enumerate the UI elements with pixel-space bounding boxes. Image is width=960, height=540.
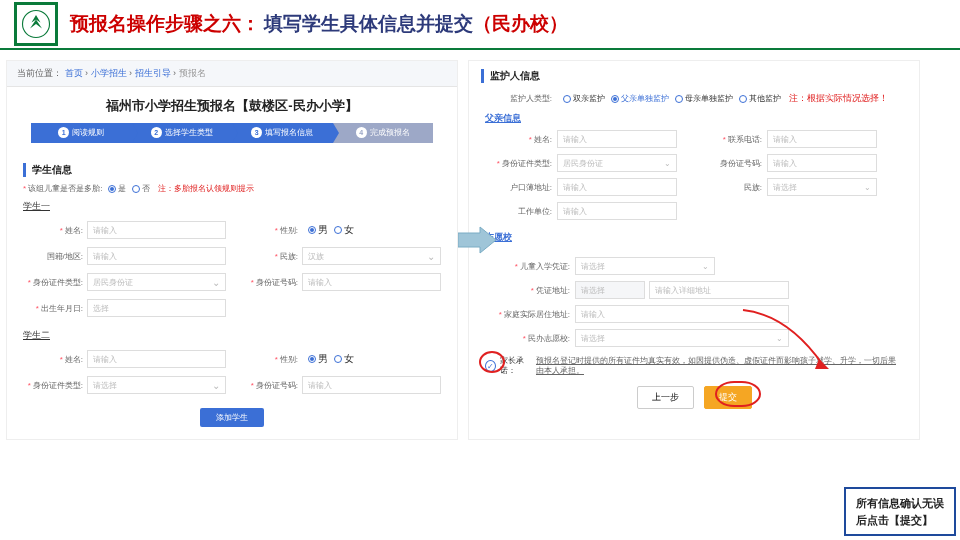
select-father-idtype[interactable]: 居民身份证: [557, 154, 677, 172]
select-enroll-cert[interactable]: 请选择: [575, 257, 715, 275]
input-live-addr[interactable]: 请输入: [575, 305, 789, 323]
radio-female-1[interactable]: [334, 226, 342, 234]
input-birth-1[interactable]: 选择: [87, 299, 226, 317]
radio-female-2[interactable]: [334, 355, 342, 363]
select-wish-school[interactable]: 请选择: [575, 329, 789, 347]
form-panel-right: 监护人信息 监护人类型: 双亲监护 父亲单独监护 母亲单独监护 其他监护 注：根…: [468, 60, 920, 440]
radio-g4[interactable]: [739, 95, 747, 103]
input-region-1[interactable]: 请输入: [87, 247, 226, 265]
input-name-1[interactable]: 请输入: [87, 221, 226, 239]
input-father-phone[interactable]: 请输入: [767, 130, 877, 148]
radio-twin-no[interactable]: [132, 185, 140, 193]
radio-male-2[interactable]: [308, 355, 316, 363]
radio-g3[interactable]: [675, 95, 683, 103]
input-father-name[interactable]: 请输入: [557, 130, 677, 148]
highlight-circle-submit: [715, 381, 761, 407]
add-student-button[interactable]: 添加学生: [200, 408, 264, 427]
radio-g2[interactable]: [611, 95, 619, 103]
svg-marker-1: [458, 227, 496, 253]
input-father-idno[interactable]: 请输入: [767, 154, 877, 172]
radio-twin-yes[interactable]: [108, 185, 116, 193]
section-guardian: 监护人信息: [481, 69, 919, 83]
input-idno-2[interactable]: 请输入: [302, 376, 441, 394]
section-student-info: 学生信息: [23, 163, 441, 177]
school-logo: [14, 2, 58, 46]
select-minzu-1[interactable]: 汉族: [302, 247, 441, 265]
section-wish-school: 志愿校: [469, 227, 919, 246]
select-father-minzu[interactable]: 请选择: [767, 178, 877, 196]
input-name-2[interactable]: 请输入: [87, 350, 226, 368]
input-cert-detail[interactable]: 请输入详细地址: [649, 281, 789, 299]
highlight-circle-checkbox: [479, 351, 505, 373]
select-idtype-2[interactable]: 请选择: [87, 376, 226, 394]
input-father-work[interactable]: 请输入: [557, 202, 677, 220]
prev-button[interactable]: 上一步: [637, 386, 694, 409]
input-father-huji[interactable]: 请输入: [557, 178, 677, 196]
arrow-icon: [458, 225, 498, 255]
breadcrumb: 当前位置： 首页 › 小学招生 › 招生引导 › 预报名: [7, 61, 457, 87]
form-panel-left: 当前位置： 首页 › 小学招生 › 招生引导 › 预报名 福州市小学招生预报名【…: [6, 60, 458, 440]
page-title: 预报名操作步骤之六：填写学生具体信息并提交（民办校）: [70, 11, 568, 37]
instruction-callout: 所有信息确认无误 后点击【提交】: [844, 487, 956, 536]
select-idtype-1[interactable]: 居民身份证: [87, 273, 226, 291]
radio-g1[interactable]: [563, 95, 571, 103]
input-idno-1[interactable]: 请输入: [302, 273, 441, 291]
radio-male-1[interactable]: [308, 226, 316, 234]
stepper: 1阅读规则 2选择学生类型 3填写报名信息 4完成预报名: [7, 123, 457, 151]
select-cert-region[interactable]: 请选择: [575, 281, 645, 299]
form-title: 福州市小学招生预报名【鼓楼区-民办小学】: [7, 87, 457, 123]
section-father: 父亲信息: [469, 108, 919, 127]
